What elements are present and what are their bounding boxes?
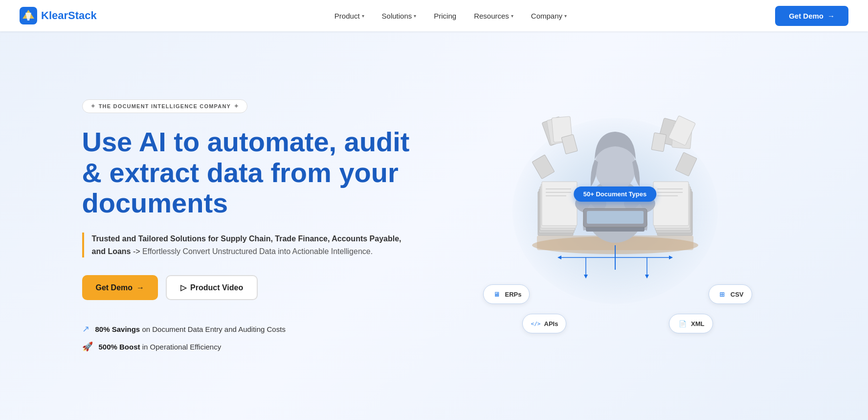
svg-rect-12	[651, 133, 666, 152]
hero-right: 50+ Document Types 🖥 ERPs ⊞ CSV </> APIs…	[444, 103, 786, 348]
erps-label: ERPs	[505, 291, 522, 298]
svg-rect-11	[561, 135, 578, 154]
badge-star-left: ✦	[90, 103, 96, 110]
svg-rect-19	[542, 182, 577, 226]
xml-label: XML	[691, 320, 704, 327]
hero-stats: ↗ 80% Savings on Document Data Entry and…	[82, 324, 415, 352]
xml-icon: 📄	[677, 318, 688, 329]
get-demo-hero-button[interactable]: Get Demo →	[82, 275, 158, 300]
badge-star-right: ✦	[234, 103, 239, 110]
illustration: 50+ Document Types 🖥 ERPs ⊞ CSV </> APIs…	[473, 108, 757, 343]
subtitle-light: Effortlessly Convert Unstructured Data i…	[142, 247, 373, 256]
savings-icon: ↗	[82, 324, 89, 334]
navbar: KlearStack Product ▾ Solutions ▾ Pricing…	[0, 0, 868, 31]
hero-section: ✦ THE DOCUMENT INTELLIGENCE COMPANY ✦ Us…	[0, 0, 868, 420]
logo-stack: Stack	[68, 9, 97, 22]
get-demo-nav-button[interactable]: Get Demo →	[775, 6, 848, 26]
chevron-down-icon: ▾	[511, 13, 513, 19]
apis-icon: </>	[531, 318, 541, 329]
logo-icon	[20, 7, 37, 24]
apis-label: APIs	[544, 320, 558, 327]
svg-marker-43	[669, 256, 673, 259]
boost-icon: 🚀	[82, 341, 93, 352]
svg-marker-41	[557, 256, 561, 259]
subtitle-arrow: ->	[133, 247, 140, 256]
hero-buttons: Get Demo → ▷ Product Video	[82, 275, 415, 300]
document-types-badge: 50+ Document Types	[574, 187, 656, 202]
chevron-down-icon: ▾	[564, 13, 567, 19]
nav-item-solutions[interactable]: Solutions ▾	[382, 12, 417, 20]
apis-bubble: </> APIs	[522, 314, 567, 333]
hero-left: ✦ THE DOCUMENT INTELLIGENCE COMPANY ✦ Us…	[82, 99, 415, 352]
svg-marker-47	[645, 275, 649, 279]
hero-title: Use AI to automate, audit & extract data…	[82, 127, 415, 219]
stat-boost: 🚀 500% Boost in Operational Efficiency	[82, 341, 415, 352]
erps-icon: 🖥	[491, 289, 502, 300]
nav-item-company[interactable]: Company ▾	[531, 12, 567, 20]
csv-icon: ⊞	[717, 289, 728, 300]
erps-bubble: 🖥 ERPs	[483, 284, 530, 304]
chevron-down-icon: ▾	[362, 13, 364, 19]
nav-item-resources[interactable]: Resources ▾	[474, 12, 513, 20]
nav-item-pricing[interactable]: Pricing	[434, 12, 456, 20]
stat-savings-text: on Document Data Entry and Auditing Cost…	[140, 325, 286, 333]
svg-rect-27	[653, 182, 689, 226]
svg-rect-9	[532, 155, 555, 179]
stat-boost-bold: 500% Boost	[99, 343, 140, 351]
nav-item-product[interactable]: Product ▾	[334, 12, 364, 20]
xml-bubble: 📄 XML	[669, 314, 712, 333]
hero-badge: ✦ THE DOCUMENT INTELLIGENCE COMPANY ✦	[82, 99, 248, 113]
logo-link[interactable]: KlearStack	[20, 7, 97, 24]
product-video-button[interactable]: ▷ Product Video	[166, 275, 258, 300]
csv-label: CSV	[731, 291, 744, 298]
logo-text: KlearStack	[41, 9, 97, 22]
logo-klear: Klear	[41, 9, 68, 22]
svg-rect-10	[675, 152, 697, 176]
stat-savings-bold: 80% Savings	[95, 325, 140, 333]
stat-savings: ↗ 80% Savings on Document Data Entry and…	[82, 324, 415, 334]
svg-marker-45	[584, 275, 588, 279]
chevron-down-icon: ▾	[414, 13, 416, 19]
csv-bubble: ⊞ CSV	[709, 284, 752, 304]
svg-rect-38	[587, 211, 644, 224]
stat-boost-text: in Operational Efficiency	[140, 343, 222, 351]
nav-links: Product ▾ Solutions ▾ Pricing Resources …	[126, 12, 775, 20]
play-icon: ▷	[180, 283, 186, 292]
hero-subtitle: Trusted and Tailored Solutions for Suppl…	[82, 233, 415, 257]
